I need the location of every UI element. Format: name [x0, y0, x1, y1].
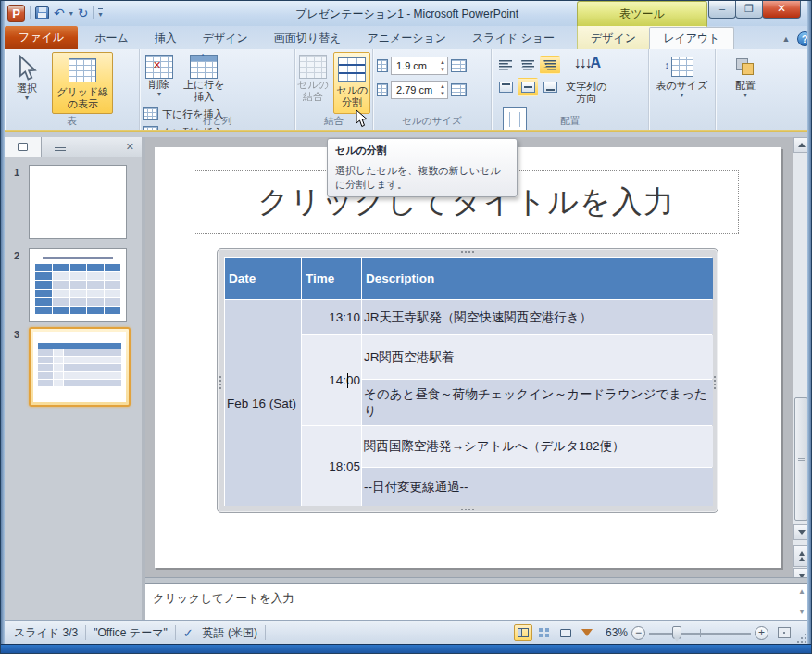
spinner-arrows-icon[interactable]: ▲▼ — [440, 58, 445, 73]
column-header-description[interactable]: Description — [362, 258, 713, 299]
slideshow-button[interactable] — [578, 624, 596, 641]
slide-sorter-button[interactable] — [535, 624, 554, 641]
slides-tab[interactable] — [5, 137, 42, 157]
description-cell[interactable]: --日付変更線通過-- — [362, 468, 713, 506]
tab-home[interactable]: ホーム — [81, 28, 142, 49]
normal-view-button[interactable] — [514, 624, 532, 641]
align-bottom-button[interactable] — [540, 78, 560, 96]
column-header-date[interactable]: Date — [225, 258, 301, 299]
table-selection-frame[interactable]: Date Time Description Feb 16 (Sat) 13:10… — [217, 248, 718, 513]
zoom-in-button[interactable]: + — [755, 626, 768, 640]
reading-view-button[interactable] — [556, 624, 575, 641]
column-width-input[interactable]: 2.79 cm ▲▼ — [391, 81, 448, 99]
collapse-ribbon-icon[interactable]: ▲ — [777, 33, 795, 47]
merge-cells-icon — [299, 55, 327, 79]
zoom-out-button[interactable]: − — [631, 626, 645, 640]
theme-name[interactable]: "Office テーマ" — [94, 625, 168, 641]
scrollbar-thumb[interactable] — [794, 397, 808, 521]
title-bar[interactable]: P ↶▾ ↻ ▾ プレゼンテーション1 - Microsoft PowerPoi… — [1, 1, 812, 26]
tab-insert[interactable]: 挿入 — [142, 28, 190, 49]
resize-grip[interactable] — [796, 633, 807, 644]
slides-panel: ✕ 1 2 — [5, 137, 142, 620]
slides-tab-icon — [18, 143, 28, 151]
minimize-button[interactable]: – — [708, 1, 736, 19]
align-center-button[interactable] — [518, 56, 538, 74]
slide-thumbnail-3-selected[interactable]: 3 — [5, 327, 142, 407]
table-resize-handle[interactable] — [714, 374, 716, 389]
notes-scroll-down-icon[interactable]: ▼ — [798, 608, 806, 616]
distribute-columns-icon[interactable] — [451, 83, 467, 96]
tab-file[interactable]: ファイル — [5, 26, 78, 49]
ribbon: 選択 ▾ グリッド線 の表示 表 ✕ 削除 ▾ ↑ 上に行を 挿入 — [5, 49, 809, 130]
notes-scroll-up-icon[interactable]: ▲ — [798, 587, 806, 596]
description-cell[interactable]: JR関西空港駅着 — [362, 335, 713, 379]
zoom-level[interactable]: 63% — [606, 626, 628, 639]
group-label: 配置 — [492, 115, 648, 128]
group-table-size: ↕ 表のサイズ ▾ — [649, 49, 716, 130]
align-left-button[interactable] — [495, 56, 516, 74]
notes-pane[interactable]: クリックしてノートを入力 ▲ ▼ — [145, 583, 808, 620]
slide-thumbnail-1[interactable]: 1 — [5, 165, 142, 239]
group-rows-columns: ✕ 削除 ▾ ↑ 上に行を 挿入 下に行を挿入 左に列を挿入 右に列を挿入 — [140, 49, 295, 130]
slide-canvas[interactable]: クリックしてタイトルを入力 Date Time Description Feb … — [155, 147, 781, 568]
tab-slideshow[interactable]: スライド ショー — [459, 28, 568, 49]
align-top-button[interactable] — [495, 78, 516, 96]
align-center-icon — [521, 60, 534, 70]
text-caret — [347, 373, 348, 388]
column-header-time[interactable]: Time — [302, 258, 361, 299]
outline-tab[interactable] — [42, 137, 79, 157]
table-resize-handle[interactable] — [219, 374, 221, 389]
tab-table-layout[interactable]: レイアウト — [649, 27, 733, 49]
table-move-handle[interactable] — [461, 251, 476, 253]
slide-thumbnail-2[interactable]: 2 — [5, 248, 142, 322]
itinerary-table[interactable]: Date Time Description Feb 16 (Sat) 13:10… — [224, 257, 712, 506]
arrow-down-icon — [798, 530, 806, 535]
align-right-button[interactable] — [540, 56, 560, 74]
tab-animations[interactable]: アニメーション — [354, 28, 459, 49]
zoom-slider[interactable] — [649, 625, 751, 641]
notes-placeholder: クリックしてノートを入力 — [153, 591, 294, 607]
date-cell[interactable]: Feb 16 (Sat) — [225, 300, 301, 506]
language-indicator[interactable]: 英語 (米国) — [203, 625, 257, 641]
spinner-arrows-icon[interactable]: ▲▼ — [440, 82, 445, 97]
window-controls: – ❐ ✕ — [709, 1, 801, 19]
distribute-rows-icon[interactable] — [451, 59, 467, 72]
time-cell[interactable]: 13:10 — [302, 300, 361, 334]
text-direction-button[interactable]: ↓↓↓A 文字列の 方向 — [563, 52, 609, 105]
tab-table-design[interactable]: デザイン — [578, 28, 649, 49]
normal-view-icon — [518, 628, 529, 637]
arrange-button[interactable]: 配置 ▾ — [721, 54, 769, 99]
split-cells-button[interactable]: セルの 分割 — [333, 52, 370, 114]
group-table: 選択 ▾ グリッド線 の表示 表 — [5, 49, 140, 130]
slider-thumb[interactable] — [672, 626, 681, 639]
group-label: 表 — [5, 115, 139, 128]
description-cell[interactable]: 関西国際空港発→シアトルへ（デルタ182便） — [362, 426, 713, 467]
maximize-button[interactable]: ❐ — [735, 1, 763, 19]
status-bar: スライド 3/3 "Office テーマ" ✓ 英語 (米国) 63% − + — [5, 620, 809, 645]
align-middle-button[interactable] — [518, 78, 538, 96]
fit-to-window-icon[interactable] — [778, 627, 791, 638]
time-cell[interactable]: 18:05 — [302, 426, 361, 506]
slide-counter[interactable]: スライド 3/3 — [14, 625, 78, 641]
row-height-input[interactable]: 1.9 cm ▲▼ — [391, 57, 448, 75]
description-cell[interactable]: そのあと昼食～荷物チェックイン～カードラウンジでまったり — [362, 380, 713, 425]
view-gridlines-toggle[interactable]: グリッド線 の表示 — [52, 52, 113, 114]
time-cell-editing[interactable]: 14:00 — [302, 335, 361, 425]
description-cell[interactable]: JR天王寺駅発（関空快速関西空港行き） — [362, 300, 713, 334]
spellcheck-icon[interactable]: ✓ — [183, 626, 194, 640]
reading-view-icon — [560, 629, 571, 637]
thumbnail-image[interactable] — [33, 332, 126, 402]
close-panel-icon[interactable]: ✕ — [126, 141, 134, 153]
table-resize-handle[interactable] — [461, 509, 476, 510]
thumbnail-image[interactable] — [29, 165, 127, 239]
table-size-button[interactable]: ↕ 表のサイズ ▾ — [655, 54, 710, 99]
tab-design[interactable]: デザイン — [190, 28, 261, 49]
tab-transitions[interactable]: 画面切り替え — [261, 28, 355, 49]
thumbnail-image[interactable] — [29, 248, 127, 322]
delete-button[interactable]: ✕ 削除 ▾ — [140, 52, 179, 98]
chevron-down-icon: ▾ — [743, 92, 747, 99]
vertical-scrollbar[interactable] — [793, 137, 808, 620]
select-button[interactable]: 選択 ▾ — [5, 52, 49, 102]
close-button[interactable]: ✕ — [762, 1, 801, 19]
insert-rows-above-button[interactable]: ↑ 上に行を 挿入 — [181, 52, 226, 103]
